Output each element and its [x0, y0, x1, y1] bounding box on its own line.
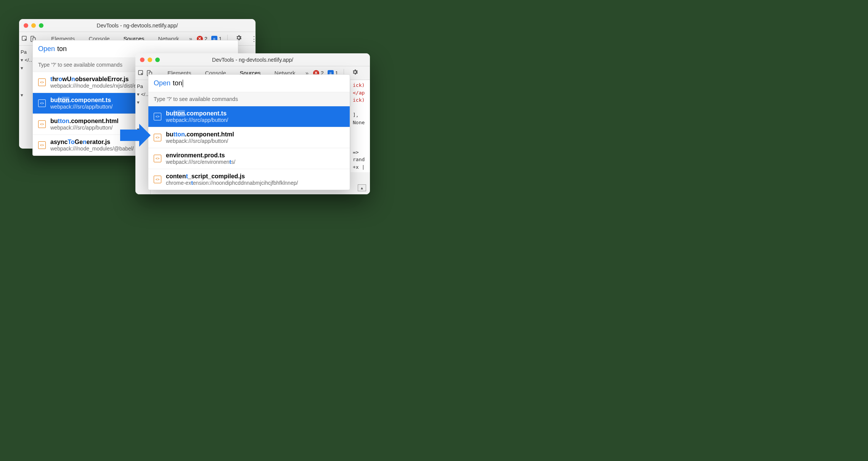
file-icon: <> [154, 113, 161, 120]
code-line: ick) [353, 96, 368, 104]
quickopen-result[interactable]: <>content_script_compiled.jschrome-exten… [148, 169, 350, 190]
tree-row[interactable] [21, 91, 32, 99]
zoom-icon[interactable] [39, 23, 43, 28]
result-path: webpack:///src/environments/ [166, 159, 344, 165]
traffic-lights [24, 23, 43, 28]
code-line: => [353, 149, 368, 156]
settings-icon[interactable] [349, 69, 361, 77]
minimize-icon[interactable] [31, 23, 36, 28]
search-query: ton [173, 79, 183, 87]
code-line: None [353, 119, 368, 126]
result-path: webpack:///src/app/button/ [166, 138, 344, 144]
result-name: button.component.ts [166, 110, 344, 117]
window-title: DevTools - ng-devtools.netlify.app/ [24, 22, 251, 29]
tree-row[interactable]: </… [137, 90, 149, 98]
quickopen-hint: Type '?' to see available commands [148, 92, 350, 106]
file-icon: <> [38, 78, 46, 86]
file-icon: <> [154, 176, 161, 183]
code-line: ick) [353, 82, 368, 89]
file-icon: <> [154, 134, 161, 141]
code-line [353, 134, 368, 141]
result-name: environment.prod.ts [166, 152, 344, 159]
inspect-icon[interactable] [21, 34, 28, 44]
quickopen-result[interactable]: <>button.component.tswebpack:///src/app/… [148, 106, 350, 127]
result-path: webpack:///src/app/button/ [166, 117, 344, 123]
drawer-toggle-icon[interactable]: ▲ [358, 184, 366, 191]
code-line: ], [353, 111, 368, 119]
file-icon: <> [154, 155, 161, 162]
quickopen-results: <>button.component.tswebpack:///src/app/… [148, 106, 350, 190]
file-icon: <> [38, 99, 46, 107]
code-line [353, 104, 368, 112]
inspect-icon[interactable] [138, 68, 145, 78]
result-path: chrome-extension://noondiphcddnnabmjcihc… [166, 180, 344, 186]
close-icon[interactable] [140, 58, 145, 62]
tree-row[interactable]: </… [21, 56, 32, 64]
search-query: ton [57, 45, 67, 53]
kebab-icon[interactable]: ⋮ [248, 35, 256, 43]
file-icon: <> [38, 141, 46, 149]
close-icon[interactable] [24, 23, 28, 28]
page-label: Pa [137, 82, 149, 90]
open-label: Open [154, 79, 170, 87]
file-icon: <> [38, 120, 46, 128]
quickopen-search[interactable]: Open ton [148, 75, 350, 92]
minimize-icon[interactable] [148, 58, 152, 62]
code-line: +x | [353, 163, 368, 171]
quickopen-result[interactable]: <>button.component.htmlwebpack:///src/ap… [148, 127, 350, 148]
open-label: Open [38, 45, 55, 53]
code-snippet: ick)</apick) ],None =>rand+x | [350, 80, 370, 172]
traffic-lights [140, 58, 160, 62]
page-label: Pa [21, 48, 32, 56]
code-line [353, 141, 368, 149]
tree-row[interactable] [21, 64, 32, 72]
page-panel: Pa </… [19, 46, 34, 149]
titlebar: DevTools - ng-devtools.netlify.app/ [19, 19, 256, 32]
result-name: content_script_compiled.js [166, 173, 344, 180]
quickopen-b: Open ton Type '?' to see available comma… [148, 74, 350, 190]
titlebar: DevTools - ng-devtools.netlify.app/ [135, 53, 370, 66]
code-line: rand [353, 156, 368, 163]
code-line [353, 126, 368, 134]
result-name: button.component.html [166, 131, 344, 138]
window-title: DevTools - ng-devtools.netlify.app/ [140, 57, 365, 63]
zoom-icon[interactable] [155, 58, 160, 62]
kebab-icon[interactable]: ⋮ [365, 69, 370, 77]
code-line: </ap [353, 89, 368, 97]
quickopen-result[interactable]: <>environment.prod.tswebpack:///src/envi… [148, 148, 350, 169]
arrow-icon [120, 124, 151, 148]
tree-row[interactable] [137, 98, 149, 106]
